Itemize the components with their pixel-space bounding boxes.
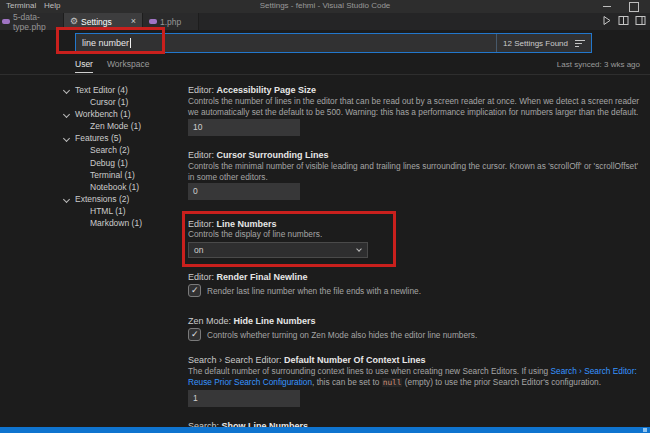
setting-description: Controls the minimal number of visible l…: [188, 161, 640, 183]
tab-label: 5-data-type.php: [13, 12, 57, 32]
toc-zen-mode[interactable]: Zen Mode (1): [62, 121, 184, 133]
toc-terminal[interactable]: Terminal (1): [62, 170, 184, 182]
annotation-rect-search: [56, 27, 165, 54]
accessibility-page-size-input[interactable]: 10: [188, 119, 300, 136]
chevron-down-icon: [63, 111, 70, 118]
gear-icon: [70, 17, 78, 26]
toc-html[interactable]: HTML (1): [62, 206, 184, 218]
toc-text-editor[interactable]: Text Editor (4): [62, 85, 184, 97]
bell-icon[interactable]: [643, 428, 647, 432]
setting-description: Controls whether turning on Zen Mode als…: [207, 330, 477, 340]
hide-line-numbers-row: Controls whether turning on Zen Mode als…: [188, 328, 477, 341]
checkbox-checked[interactable]: [188, 284, 201, 297]
settings-toc: Text Editor (4) Cursor (1) Workbench (1)…: [62, 85, 184, 230]
search-results-area: 12 Settings Found: [496, 34, 591, 52]
cursor-surrounding-lines-input[interactable]: 0: [188, 183, 300, 200]
toggle-layout-icon[interactable]: [635, 15, 646, 26]
scope-tab-user[interactable]: User: [75, 59, 93, 69]
setting-title-default-context-lines: Search › Search Editor: Default Number O…: [188, 355, 426, 365]
toc-notebook[interactable]: Notebook (1): [62, 182, 184, 194]
tab-5-data-type-php[interactable]: 5-data-type.php: [0, 13, 64, 30]
vscode-window: Terminal Help Settings - fehmi - Visual …: [0, 0, 650, 433]
render-final-newline-row: Render last line number when the file en…: [188, 284, 421, 297]
toc-workbench[interactable]: Workbench (1): [62, 109, 184, 121]
toc-debug[interactable]: Debug (1): [62, 158, 184, 170]
setting-title-accessibility-page-size: Editor: Accessibility Page Size: [188, 85, 316, 95]
chevron-down-icon: [63, 196, 70, 203]
minimize-icon[interactable]: [598, 0, 616, 13]
setting-description: The default number of surrounding contex…: [188, 366, 640, 388]
annotation-rect-line-numbers: [182, 211, 396, 267]
toc-features[interactable]: Features (5): [62, 133, 184, 145]
code-null: null: [382, 378, 403, 387]
toc-search[interactable]: Search (2): [62, 145, 184, 157]
php-file-icon: [149, 19, 157, 24]
toc-extensions[interactable]: Extensions (2): [62, 194, 184, 206]
editor-actions: [601, 15, 646, 26]
toc-cursor[interactable]: Cursor (1): [62, 97, 184, 109]
setting-title-hide-line-numbers: Zen Mode: Hide Line Numbers: [188, 316, 316, 326]
chevron-down-icon: [63, 135, 70, 142]
php-file-icon: [2, 19, 10, 24]
split-editor-icon[interactable]: [618, 15, 629, 26]
setting-description: Render last line number when the file en…: [207, 286, 421, 296]
toc-markdown[interactable]: Markdown (1): [62, 218, 184, 230]
filter-icon[interactable]: [575, 40, 585, 47]
status-bar: [0, 427, 650, 433]
results-count-badge: 12 Settings Found: [503, 39, 568, 48]
tab-label: Settings: [81, 17, 112, 27]
tab-label: 1.php: [160, 17, 181, 27]
setting-title-render-final-newline: Editor: Render Final Newline: [188, 272, 308, 282]
close-icon[interactable]: [131, 17, 136, 26]
chevron-down-icon: [63, 87, 70, 94]
title-bar: Terminal Help Settings - fehmi - Visual …: [0, 0, 650, 13]
run-icon[interactable]: [601, 15, 612, 26]
checkbox-checked[interactable]: [188, 328, 201, 341]
setting-title-cursor-surrounding-lines: Editor: Cursor Surrounding Lines: [188, 150, 329, 160]
last-synced-label: Last synced: 3 wks ago: [557, 60, 640, 69]
header-divider: [0, 74, 650, 75]
setting-description: Controls the number of lines in the edit…: [188, 96, 640, 118]
scope-tab-workspace[interactable]: Workspace: [107, 59, 149, 69]
maximize-icon[interactable]: [624, 0, 642, 13]
default-context-lines-input[interactable]: 1: [188, 390, 300, 407]
window-title: Settings - fehmi - Visual Studio Code: [0, 1, 650, 10]
